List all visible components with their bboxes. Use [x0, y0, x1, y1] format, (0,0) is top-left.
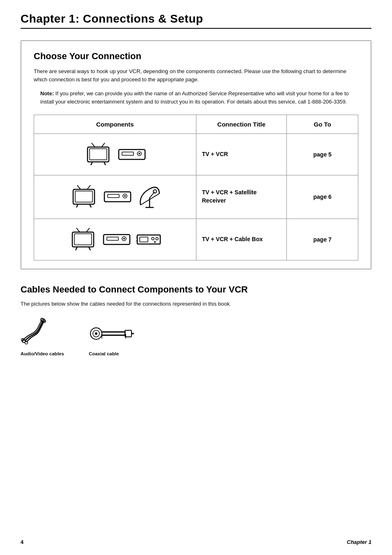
svg-point-39 [154, 241, 156, 243]
svg-rect-26 [74, 234, 92, 245]
chapter-header: Chapter 1: Connections & Setup [21, 12, 371, 29]
svg-rect-35 [137, 235, 160, 244]
svg-rect-17 [108, 194, 119, 198]
row2-components [34, 175, 196, 219]
cablebox-icon [136, 231, 161, 248]
svg-line-5 [101, 143, 105, 147]
svg-line-29 [76, 228, 80, 232]
svg-point-37 [152, 237, 154, 240]
row1-icons [40, 142, 190, 167]
row3-connection-title: TV + VCR + Cable Box [196, 219, 287, 260]
choose-connection-title: Choose Your Connection [34, 51, 358, 62]
row2-connection-title: TV + VCR + Satellite Receiver [196, 175, 287, 219]
row3-components [34, 219, 196, 260]
coaxial-cable-icon [89, 325, 134, 347]
svg-point-9 [138, 153, 140, 154]
cables-images: Audio/Video cables C [21, 316, 371, 356]
cables-intro: The pictures below show the cables neede… [21, 300, 371, 308]
table-row: TV + VCR page 5 [34, 134, 358, 175]
note-label: Note: [40, 90, 54, 97]
svg-rect-7 [122, 152, 134, 155]
row2-icons [40, 184, 190, 210]
vcr-icon [104, 189, 131, 205]
svg-point-34 [123, 238, 125, 240]
svg-rect-11 [75, 191, 92, 202]
table-header-connection-title: Connection Title [196, 115, 287, 134]
row1-connection-title: TV + VCR [196, 134, 287, 175]
svg-point-38 [156, 237, 158, 240]
svg-line-14 [77, 185, 81, 189]
cables-section: Cables Needed to Connect Components to Y… [21, 284, 371, 356]
connection-table: Components Connection Title Go To [34, 115, 358, 260]
svg-point-50 [95, 332, 97, 335]
row3-goto: page 7 [287, 219, 358, 260]
svg-line-4 [92, 143, 95, 147]
svg-point-19 [124, 195, 126, 197]
tv-icon [69, 227, 97, 252]
svg-line-30 [86, 228, 90, 232]
coaxial-cable-label: Coaxial cable [89, 351, 119, 356]
note-box: Note: If you prefer, we can provide you … [34, 90, 358, 106]
choose-connection-box: Choose Your Connection There are several… [21, 40, 371, 269]
tv-icon [70, 184, 98, 209]
chapter-title: Chapter 1: Connections & Setup [21, 12, 203, 25]
table-header-go-to: Go To [287, 115, 358, 134]
row3-icons [40, 227, 190, 252]
table-header-components: Components [34, 115, 196, 134]
row1-components [34, 134, 196, 175]
satellite-icon [137, 184, 160, 210]
svg-line-15 [87, 185, 90, 189]
tv-icon [84, 142, 112, 167]
note-text: If you prefer, we can provide you with t… [40, 90, 349, 105]
svg-point-23 [153, 190, 157, 193]
table-row: TV + VCR + Satellite Receiver page 6 [34, 175, 358, 219]
av-cable-item: Audio/Video cables [21, 316, 64, 356]
footer-page-number: 4 [21, 539, 23, 545]
row1-goto: page 5 [287, 134, 358, 175]
page-footer: 4 Chapter 1 [21, 539, 371, 545]
av-cable-label: Audio/Video cables [21, 351, 64, 356]
av-cables-icon [21, 316, 58, 347]
coaxial-cable-item: Coaxial cable [89, 325, 134, 356]
svg-rect-36 [140, 237, 148, 242]
svg-rect-1 [90, 149, 107, 160]
cables-title: Cables Needed to Connect Components to Y… [21, 284, 371, 295]
intro-text: There are several ways to hook up your V… [34, 67, 358, 84]
vcr-icon [103, 231, 131, 248]
row2-goto: page 6 [287, 175, 358, 219]
svg-rect-32 [107, 237, 118, 240]
table-row: TV + VCR + Cable Box page 7 [34, 219, 358, 260]
footer-chapter-label: Chapter 1 [347, 539, 371, 545]
vcr-icon [118, 146, 146, 163]
